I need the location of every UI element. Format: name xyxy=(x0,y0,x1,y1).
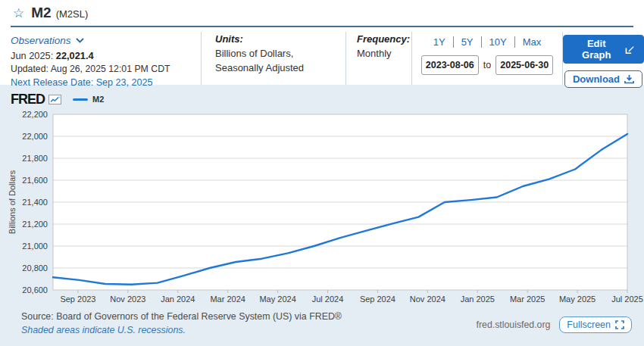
svg-text:May 2024: May 2024 xyxy=(259,295,295,304)
latest-observation-period: Jun 2025: xyxy=(11,50,53,61)
chart-plot-area[interactable]: 20,60020,80021,00021,20021,40021,60021,8… xyxy=(0,108,644,307)
to-label: to xyxy=(483,60,491,70)
chart-legend: M2 xyxy=(73,95,104,104)
svg-text:Sep 2023: Sep 2023 xyxy=(60,295,95,304)
fullscreen-icon xyxy=(615,320,624,329)
graph-footer: Source: Board of Governors of the Federa… xyxy=(0,307,644,335)
edit-graph-button[interactable]: Edit Graph xyxy=(563,35,644,64)
range-preset-max[interactable]: Max xyxy=(515,36,549,48)
x-axis-labels: Sep 2023Nov 2023Jan 2024Mar 2024May 2024… xyxy=(60,290,642,304)
start-date-input[interactable] xyxy=(421,55,479,75)
edit-graph-label: Edit Graph xyxy=(572,38,621,61)
svg-text:Jul 2024: Jul 2024 xyxy=(312,295,344,304)
units-value: Billions of Dollars, Seasonally Adjusted xyxy=(215,47,345,76)
favorite-star-icon[interactable]: ☆ xyxy=(13,7,24,20)
source-notes: Source: Board of Governors of the Federa… xyxy=(21,311,342,335)
updated-timestamp: Updated: Aug 26, 2025 12:01 PM CDT xyxy=(11,64,201,74)
range-presets: 1Y 5Y 10Y Max xyxy=(426,36,549,48)
fullscreen-label: Fullscreen xyxy=(567,320,611,330)
svg-text:22,200: 22,200 xyxy=(22,110,48,119)
recessions-note-link[interactable]: Shaded areas indicate U.S. recessions. xyxy=(21,325,342,335)
legend-series-label: M2 xyxy=(92,95,104,104)
download-button[interactable]: Download xyxy=(564,70,642,88)
units-value-line2: Seasonally Adjusted xyxy=(215,61,345,76)
page-title: M2 xyxy=(31,5,51,21)
fullscreen-button[interactable]: Fullscreen xyxy=(559,316,632,333)
fred-logo: FRED xyxy=(11,92,45,108)
date-inputs: to xyxy=(412,55,562,75)
series-id: (M2SL) xyxy=(56,6,89,20)
svg-text:21,400: 21,400 xyxy=(22,198,48,207)
svg-text:Nov 2024: Nov 2024 xyxy=(410,295,445,304)
range-preset-10y[interactable]: 10Y xyxy=(482,36,514,48)
svg-text:21,600: 21,600 xyxy=(22,176,48,185)
svg-text:Mar 2025: Mar 2025 xyxy=(510,295,545,304)
y-axis-title: Billions of Dollars xyxy=(8,170,17,234)
footer-right: fred.stlouisfed.org Fullscreen xyxy=(477,311,632,333)
range-preset-1y[interactable]: 1Y xyxy=(426,36,453,48)
svg-text:May 2025: May 2025 xyxy=(559,295,596,304)
latest-observation: Jun 2025: 22,021.4 xyxy=(11,50,201,61)
svg-text:Mar 2024: Mar 2024 xyxy=(210,295,245,304)
site-url: fred.stlouisfed.org xyxy=(477,320,551,330)
svg-text:22,000: 22,000 xyxy=(22,132,48,141)
svg-text:Sep 2024: Sep 2024 xyxy=(360,295,395,304)
y-axis-labels: 20,60020,80021,00021,20021,40021,60021,8… xyxy=(22,110,48,295)
edit-pencil-icon xyxy=(625,45,635,55)
frequency-panel: Frequency: Monthly xyxy=(345,32,411,85)
frequency-label: Frequency: xyxy=(357,33,411,45)
svg-text:Nov 2023: Nov 2023 xyxy=(110,295,145,304)
chevron-down-icon xyxy=(76,38,84,43)
title-bar: ☆ M2 (M2SL) xyxy=(0,0,644,26)
svg-text:Jan 2024: Jan 2024 xyxy=(161,295,195,304)
units-label: Units: xyxy=(215,33,345,45)
svg-text:20,800: 20,800 xyxy=(22,263,48,273)
series-meta-bar: Observations Jun 2025: 22,021.4 Updated:… xyxy=(0,27,644,85)
range-preset-5y[interactable]: 5Y xyxy=(454,36,481,48)
date-range-panel: 1Y 5Y 10Y Max to xyxy=(411,32,562,85)
source-text: Source: Board of Governors of the Federa… xyxy=(21,311,342,322)
latest-observation-value: 22,021.4 xyxy=(56,50,94,61)
svg-text:Jan 2025: Jan 2025 xyxy=(461,295,495,304)
observations-dropdown-label: Observations xyxy=(11,35,71,46)
observations-panel: Observations Jun 2025: 22,021.4 Updated:… xyxy=(0,32,201,85)
svg-text:Jul 2025: Jul 2025 xyxy=(611,295,643,304)
svg-text:21,800: 21,800 xyxy=(22,154,48,163)
download-icon xyxy=(624,74,634,84)
graph-container: FRED M2 20,60020,80021,00021,20021,40021… xyxy=(0,85,644,346)
download-label: Download xyxy=(573,73,620,85)
frequency-value: Monthly xyxy=(357,47,411,61)
graph-actions-panel: Edit Graph Download xyxy=(562,32,644,85)
end-date-input[interactable] xyxy=(496,55,553,75)
next-release-date: Next Release Date: Sep 23, 2025 xyxy=(11,77,201,88)
svg-text:21,000: 21,000 xyxy=(22,242,48,251)
observations-dropdown[interactable]: Observations xyxy=(11,35,84,46)
svg-text:20,600: 20,600 xyxy=(22,285,48,295)
graph-header: FRED M2 xyxy=(0,90,644,108)
legend-line-swatch xyxy=(73,98,88,101)
units-panel: Units: Billions of Dollars, Seasonally A… xyxy=(201,32,345,85)
sparkline-icon xyxy=(48,95,61,104)
svg-text:21,200: 21,200 xyxy=(22,220,48,229)
units-value-line1: Billions of Dollars, xyxy=(215,47,345,61)
